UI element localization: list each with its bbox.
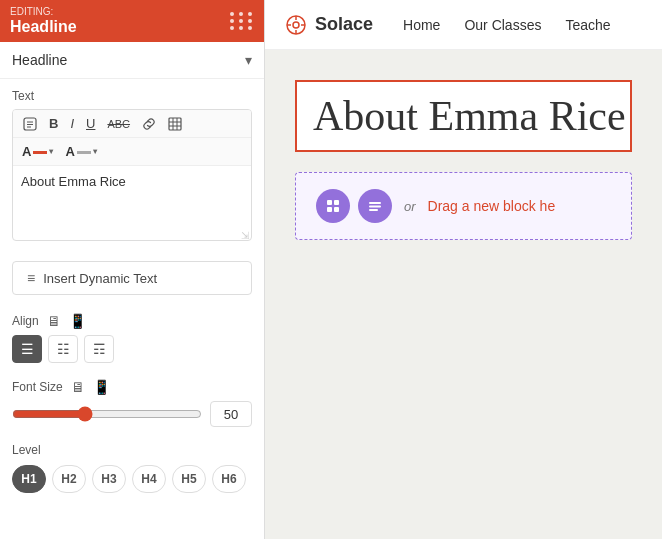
dynamic-text-icon: ≡ (27, 270, 35, 286)
resize-handle-icon[interactable]: ⇲ (241, 230, 249, 238)
editing-label: EDITING: (10, 6, 77, 18)
svg-point-10 (293, 22, 299, 28)
font-size-input[interactable] (210, 401, 252, 427)
font-color-dropdown-arrow: ▾ (49, 147, 53, 156)
svg-rect-18 (334, 207, 339, 212)
drag-new-block-text[interactable]: Drag a new block he (428, 198, 556, 214)
editing-header: EDITING: Headline (0, 0, 264, 42)
dots-menu-icon[interactable] (230, 12, 254, 30)
text-area-wrap: About Emma Rice ⇲ (13, 166, 251, 240)
chevron-down-icon: ▾ (245, 52, 252, 68)
table-button[interactable] (164, 115, 186, 133)
section-header[interactable]: Headline ▾ (0, 42, 264, 79)
strikethrough-button[interactable]: ABC (103, 116, 134, 132)
nav-links: Home Our Classes Teache (403, 17, 611, 33)
text-input[interactable]: About Emma Rice (13, 166, 251, 236)
nav-home[interactable]: Home (403, 17, 440, 33)
site-nav: Solace Home Our Classes Teache (265, 0, 662, 50)
drop-icons (316, 189, 392, 223)
nav-classes[interactable]: Our Classes (464, 17, 541, 33)
drop-zone: or Drag a new block he (295, 172, 632, 240)
align-buttons: ☰ ☷ ☶ (12, 335, 252, 363)
site-logo: Solace (285, 14, 373, 36)
fs-mobile-icon: 📱 (93, 379, 110, 395)
level-section: Level H1 H2 H3 H4 H5 H6 (0, 435, 264, 507)
svg-rect-17 (327, 207, 332, 212)
drop-icon-lines[interactable] (358, 189, 392, 223)
svg-rect-20 (369, 206, 381, 208)
text-toolbar: B I U ABC A ▾ A (12, 109, 252, 241)
logo-text: Solace (315, 14, 373, 35)
desktop-icon: 🖥 (47, 313, 61, 329)
text-section: Text B I U ABC A (0, 79, 264, 251)
align-center-button[interactable]: ☷ (48, 335, 78, 363)
bg-color-swatch (77, 151, 91, 154)
align-label: Align 🖥 📱 (12, 313, 252, 329)
italic-button[interactable]: I (66, 114, 78, 133)
align-left-button[interactable]: ☰ (12, 335, 42, 363)
level-buttons: H1 H2 H3 H4 H5 H6 (12, 465, 252, 493)
insert-dynamic-button[interactable]: ≡ Insert Dynamic Text (12, 261, 252, 295)
font-color-swatch (33, 151, 47, 154)
bg-color-dropdown-arrow: ▾ (93, 147, 97, 156)
font-size-section: Font Size 🖥 📱 (0, 371, 264, 435)
underline-button[interactable]: U (82, 114, 99, 133)
font-size-label: Font Size 🖥 📱 (12, 379, 252, 395)
font-size-slider-wrap (12, 406, 202, 422)
mobile-icon: 📱 (69, 313, 86, 329)
fs-desktop-icon: 🖥 (71, 379, 85, 395)
bg-color-button[interactable]: A ▾ (62, 142, 99, 161)
svg-rect-16 (334, 200, 339, 205)
level-h4-button[interactable]: H4 (132, 465, 166, 493)
editing-title: Headline (10, 18, 77, 36)
left-panel: EDITING: Headline Headline ▾ Text B I U (0, 0, 265, 539)
right-panel: ◀ Solace Home Our Classes Teache About E… (265, 0, 662, 539)
bold-button[interactable]: B (45, 114, 62, 133)
drop-or-text: or (404, 199, 416, 214)
headline-block[interactable]: About Emma Rice (295, 80, 632, 152)
level-h3-button[interactable]: H3 (92, 465, 126, 493)
level-label: Level (12, 443, 252, 457)
level-h1-button[interactable]: H1 (12, 465, 46, 493)
level-h6-button[interactable]: H6 (212, 465, 246, 493)
insert-dynamic-label: Insert Dynamic Text (43, 271, 157, 286)
align-section: Align 🖥 📱 ☰ ☷ ☶ (0, 305, 264, 371)
editing-title-block: EDITING: Headline (10, 6, 77, 36)
align-right-button[interactable]: ☶ (84, 335, 114, 363)
level-h2-button[interactable]: H2 (52, 465, 86, 493)
svg-rect-21 (369, 209, 378, 211)
toolbar-row1: B I U ABC (13, 110, 251, 138)
nav-teacher[interactable]: Teache (565, 17, 610, 33)
font-size-slider[interactable] (12, 406, 202, 422)
level-h5-button[interactable]: H5 (172, 465, 206, 493)
link-button[interactable] (138, 115, 160, 133)
text-label: Text (12, 89, 252, 103)
slider-row (12, 401, 252, 427)
svg-rect-15 (327, 200, 332, 205)
section-title: Headline (12, 52, 67, 68)
logo-icon (285, 14, 307, 36)
toolbar-row2: A ▾ A ▾ (13, 138, 251, 166)
svg-rect-19 (369, 202, 381, 204)
svg-rect-4 (169, 118, 181, 130)
page-content: About Emma Rice or Drag a new block he (265, 50, 662, 539)
headline-text: About Emma Rice (313, 92, 614, 140)
drop-icon-grid[interactable] (316, 189, 350, 223)
format-icon[interactable] (19, 115, 41, 133)
font-color-button[interactable]: A ▾ (19, 142, 56, 161)
